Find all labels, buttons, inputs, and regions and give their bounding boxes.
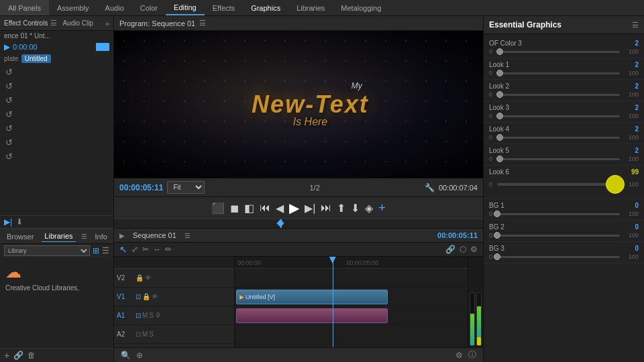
mark-in-button[interactable]: ⬛ xyxy=(209,200,227,216)
a1-solo-icon[interactable]: S xyxy=(149,312,154,319)
monitor-menu-icon[interactable]: ☰ xyxy=(199,19,206,27)
eg-value-0[interactable]: 2 xyxy=(635,40,639,47)
nav-editing[interactable]: Editing xyxy=(166,0,205,15)
nav-audio[interactable]: Audio xyxy=(97,0,132,15)
eg-slider-3[interactable] xyxy=(497,115,620,117)
v2-lock-icon[interactable]: 🔒 xyxy=(136,274,144,282)
step-back-button[interactable]: ◀ xyxy=(273,200,286,216)
v2-content-row[interactable] xyxy=(235,269,468,288)
step-fwd-button[interactable]: ▶| xyxy=(302,200,318,216)
timeline-menu-icon[interactable]: ☰ xyxy=(184,232,191,239)
a2-sync-icon[interactable]: ⊡ xyxy=(136,330,141,338)
a1-clip[interactable] xyxy=(236,308,388,323)
audio-clip-tab[interactable]: Audio Clip xyxy=(62,19,93,27)
nav-effects[interactable]: Effects xyxy=(205,0,243,15)
eg-value-1[interactable]: 2 xyxy=(635,61,639,68)
play-small-icon[interactable]: ▶| xyxy=(4,217,12,227)
settings-btn[interactable]: ⚙ xyxy=(454,349,464,361)
v1-content-row[interactable]: ▶ Untitled [V] xyxy=(235,288,468,306)
button-plus[interactable]: + xyxy=(376,200,388,217)
v1-lock-icon[interactable]: 🔒 xyxy=(142,293,150,300)
a2-mute-icon[interactable]: M xyxy=(142,330,148,338)
eg-value-8[interactable]: 0 xyxy=(635,223,639,231)
lift-button[interactable]: ⬆ xyxy=(334,200,348,216)
libraries-menu-icon[interactable]: ☰ xyxy=(81,233,87,240)
eg-value-4[interactable]: 2 xyxy=(635,125,639,133)
sync-icon[interactable]: 🔗 xyxy=(13,351,23,360)
add-marker-button[interactable]: ◈ xyxy=(362,200,376,216)
go-to-out-button[interactable]: ⏭ xyxy=(318,200,334,215)
effect-controls-menu-icon[interactable]: ☰ xyxy=(50,19,57,27)
extract-button[interactable]: ⬇ xyxy=(348,200,362,216)
scrubber-bar[interactable] xyxy=(114,219,483,228)
current-time-display[interactable]: 00:00:05:11 xyxy=(119,183,163,192)
eg-slider-6[interactable] xyxy=(497,183,620,186)
tool-ripple[interactable]: ⤢ xyxy=(131,245,138,254)
eg-slider-8[interactable] xyxy=(497,235,620,237)
eg-value-5[interactable]: 2 xyxy=(635,147,639,154)
delete-library-icon[interactable]: 🗑 xyxy=(28,351,36,360)
go-to-in-button[interactable]: ⏮ xyxy=(257,200,273,215)
eg-slider-9[interactable] xyxy=(497,256,620,258)
reset-icon-7[interactable]: ↺ xyxy=(5,152,108,162)
eg-slider-5[interactable] xyxy=(497,158,620,160)
nav-graphics[interactable]: Graphics xyxy=(243,0,288,15)
nav-libraries[interactable]: Libraries xyxy=(288,0,333,15)
record-icon[interactable]: ⬇ xyxy=(16,217,23,227)
tool-razor[interactable]: ✂ xyxy=(142,245,149,254)
nav-all-panels[interactable]: All Panels xyxy=(0,0,49,15)
library-select[interactable]: Library xyxy=(4,245,90,256)
fit-dropdown[interactable]: Fit 25% 50% 75% 100% xyxy=(167,181,205,194)
eg-thumb-6-yellow[interactable] xyxy=(606,175,625,194)
tab-libraries[interactable]: Libraries xyxy=(42,231,75,242)
v2-eye-icon[interactable]: 👁 xyxy=(145,274,152,282)
eg-content-scroll[interactable]: OF Color 3 2 0 100 Look 1 2 0 10 xyxy=(484,34,644,362)
settings-icon[interactable]: ⚙ xyxy=(470,245,478,254)
eg-menu-icon[interactable]: ☰ xyxy=(632,21,639,29)
a1-mic-icon[interactable]: 🎙 xyxy=(155,312,162,319)
scrubber-track[interactable] xyxy=(114,219,483,228)
mark-out-button[interactable]: ◼ xyxy=(227,200,241,216)
a2-content-row[interactable] xyxy=(235,325,468,344)
tool-arrow[interactable]: ↖ xyxy=(119,244,127,255)
eg-value-9[interactable]: 0 xyxy=(635,245,639,252)
eg-slider-1[interactable] xyxy=(497,72,620,74)
magnet-icon[interactable]: ⬡ xyxy=(460,245,466,254)
a1-mute-icon[interactable]: M xyxy=(142,312,148,319)
timeline-collapse-icon[interactable]: ▶ xyxy=(119,232,125,239)
eg-slider-0[interactable] xyxy=(497,51,620,53)
v1-sync-icon[interactable]: ⊡ xyxy=(136,293,141,300)
eg-value-7[interactable]: 0 xyxy=(635,202,639,209)
reset-icon-6[interactable]: ↺ xyxy=(5,137,108,147)
list-view-icon[interactable]: ☰ xyxy=(102,246,109,255)
nav-metalogging[interactable]: Metalogging xyxy=(333,0,389,15)
reset-icon-4[interactable]: ↺ xyxy=(5,109,108,119)
link-icon[interactable]: 🔗 xyxy=(445,245,455,254)
eg-value-2[interactable]: 2 xyxy=(635,82,639,90)
a1-content-row[interactable] xyxy=(235,306,468,325)
tab-browser[interactable]: Browser xyxy=(4,231,36,242)
expand-panel-icon[interactable]: » xyxy=(105,19,109,27)
add-library-icon[interactable]: + xyxy=(4,350,9,361)
v1-clip[interactable]: ▶ Untitled [V] xyxy=(236,290,388,304)
reset-icon-2[interactable]: ↺ xyxy=(5,81,108,91)
nav-color[interactable]: Color xyxy=(132,0,166,15)
eg-slider-2[interactable] xyxy=(497,94,620,96)
reset-icon-5[interactable]: ↺ xyxy=(5,123,108,133)
zoom-in-btn[interactable]: ⊕ xyxy=(135,349,144,361)
zoom-out-btn[interactable]: 🔍 xyxy=(119,349,132,361)
a1-sync-icon[interactable]: ⊡ xyxy=(136,312,141,319)
a2-solo-icon[interactable]: S xyxy=(149,330,154,338)
timeline-time-display[interactable]: 00:00:05:11 xyxy=(437,231,478,239)
sequence-item[interactable]: ence 01 * Unt... xyxy=(0,31,113,41)
tool-slip[interactable]: ↔ xyxy=(153,245,161,254)
eg-value-3[interactable]: 2 xyxy=(635,104,639,111)
nav-assembly[interactable]: Assembly xyxy=(49,0,97,15)
reset-icon-1[interactable]: ↺ xyxy=(5,67,108,77)
eg-slider-4[interactable] xyxy=(497,137,620,139)
v1-eye-icon[interactable]: 👁 xyxy=(152,293,158,300)
grid-view-icon[interactable]: ⊞ xyxy=(93,246,99,255)
reset-icon-3[interactable]: ↺ xyxy=(5,95,108,105)
info-btn[interactable]: ⓘ xyxy=(467,348,478,362)
eg-value-6[interactable]: 99 xyxy=(631,168,639,176)
